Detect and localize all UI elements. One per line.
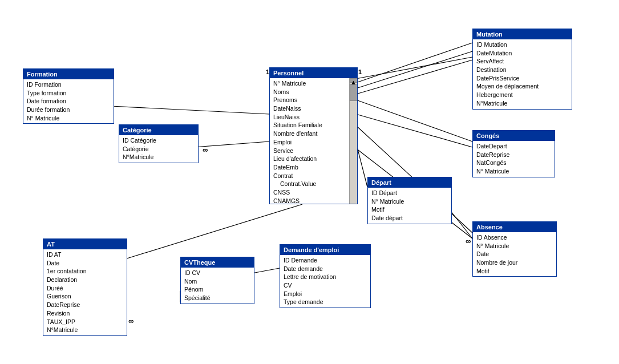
field: Guerison: [47, 292, 123, 301]
cvtheque-body: ID CV Nom Pénom Spécialité: [181, 268, 254, 304]
field: Noms: [270, 88, 350, 96]
field: ID Formation: [27, 80, 110, 89]
field: ID Départ: [371, 189, 448, 197]
field: DateDepart: [476, 142, 551, 151]
depart-body: ID Départ N° Matricule Motif Date départ: [368, 188, 451, 224]
field: Date départ: [371, 214, 448, 223]
field: Motif: [371, 205, 448, 214]
conges-body: DateDepart DateReprise NatCongés N° Matr…: [473, 141, 555, 177]
field: DateReprise: [47, 301, 123, 309]
field: Duréé: [47, 284, 123, 293]
scroll-up[interactable]: ▲: [350, 78, 357, 83]
formation-header: Formation: [23, 69, 114, 79]
field: N°Matricule: [123, 153, 195, 161]
field: Catégorie: [123, 145, 195, 153]
categorie-entity: Catégorie ID Catégorie Catégorie N°Matri…: [119, 124, 199, 163]
field: CNAMGS: [270, 197, 350, 204]
svg-line-3: [356, 114, 472, 147]
field: DateNaiss: [270, 104, 350, 113]
field: LieuNaiss: [270, 113, 350, 122]
personnel-header: Personnel: [270, 68, 357, 78]
svg-line-6: [114, 204, 302, 262]
at-entity: AT ID AT Date 1er contatation Declaratio…: [43, 238, 127, 336]
cardinality-infinity-absence: ∞: [466, 237, 471, 245]
field: Revision: [47, 309, 123, 318]
field: Situation Familiale: [270, 121, 350, 130]
demande-body: ID Demande Date demande Lettre de motiva…: [280, 255, 370, 308]
field: N°Matricule: [476, 99, 568, 108]
field: Type formation: [27, 89, 110, 98]
field: DateReprise: [476, 151, 551, 159]
field: ID Absence: [476, 233, 553, 242]
field: N°Matricule: [47, 326, 123, 334]
field: N° Matricule: [476, 167, 551, 176]
field: ID Catégorie: [123, 136, 195, 145]
cardinality-infinity-at: ∞: [128, 317, 133, 325]
svg-line-4: [356, 143, 367, 187]
field: Nombre d'enfant: [270, 130, 350, 138]
field: N° Matricule: [476, 242, 553, 250]
personnel-body: N° Matricule Noms Prenoms DateNaiss Lieu…: [270, 78, 350, 204]
field: ID Demande: [284, 256, 367, 265]
field: Nombre de jour: [476, 258, 553, 267]
scroll-thumb[interactable]: [350, 84, 357, 101]
field: NatCongés: [476, 159, 551, 167]
field: Prenoms: [270, 96, 350, 104]
field: Contrat.Value: [270, 180, 350, 188]
field: TAUX_IPP: [47, 318, 123, 326]
field: Date: [47, 259, 123, 268]
mutation-entity: Mutation ID Mutation DateMutation ServAf…: [472, 29, 572, 110]
formation-body: ID Formation Type formation Date formati…: [23, 79, 114, 123]
demande-header: Demande d'emploi: [280, 245, 370, 255]
absence-body: ID Absence N° Matricule Date Nombre de j…: [473, 232, 556, 276]
demande-entity: Demande d'emploi ID Demande Date demande…: [280, 244, 371, 308]
categorie-header: Catégorie: [119, 125, 198, 135]
field: Motif: [476, 267, 553, 276]
field: Moyen de déplacement: [476, 82, 568, 91]
field: Spécialité: [184, 294, 250, 302]
field: CV: [284, 281, 367, 290]
svg-line-0: [100, 106, 269, 114]
svg-line-2: [356, 57, 472, 79]
field: Durée formation: [27, 106, 110, 114]
svg-line-8: [451, 211, 472, 238]
field: ServAffect: [476, 57, 568, 66]
conges-entity: Congés DateDepart DateReprise NatCongés …: [472, 130, 555, 177]
depart-header: Départ: [368, 177, 451, 188]
field: N° Matricule: [371, 197, 448, 206]
categorie-body: ID Catégorie Catégorie N°Matricule: [119, 135, 198, 163]
field: Service: [270, 147, 350, 155]
svg-line-11: [356, 51, 472, 88]
absence-entity: Absence ID Absence N° Matricule Date Nom…: [472, 221, 557, 277]
cardinality-one-personnel-right: 1: [358, 68, 362, 75]
mutation-body: ID Mutation DateMutation ServAffect Dest…: [473, 39, 572, 109]
field: N° Matricule: [270, 79, 350, 88]
at-body: ID AT Date 1er contatation Declaration D…: [43, 249, 127, 335]
field: ID AT: [47, 250, 123, 259]
cvtheque-entity: CVTheque ID CV Nom Pénom Spécialité: [180, 257, 254, 304]
field: Hebergement: [476, 91, 568, 99]
conges-header: Congés: [473, 131, 555, 141]
formation-entity: Formation ID Formation Type formation Da…: [23, 68, 114, 124]
svg-line-10: [356, 43, 472, 83]
field: N° Matricule: [27, 114, 110, 123]
field: 1er contatation: [47, 267, 123, 276]
field: Emploi: [270, 138, 350, 147]
cvtheque-header: CVTheque: [181, 257, 254, 268]
cardinality-infinity-categorie: ∞: [203, 145, 208, 154]
field: Date: [476, 250, 553, 258]
scrollbar[interactable]: ▲: [349, 78, 357, 204]
field: DateEmb: [270, 163, 350, 172]
field: Pénom: [184, 285, 250, 294]
personnel-entity: Personnel N° Matricule Noms Prenoms Date…: [269, 67, 358, 204]
field: ID Mutation: [476, 41, 568, 49]
field: Destination: [476, 66, 568, 74]
field: Type demande: [284, 298, 367, 306]
absence-header: Absence: [473, 222, 556, 232]
field: Lieu d'afectation: [270, 155, 350, 163]
field: Nom: [184, 277, 250, 286]
field: Emploi: [284, 290, 367, 298]
svg-line-13: [356, 100, 472, 141]
svg-line-12: [356, 60, 472, 94]
field: ID CV: [184, 269, 250, 277]
